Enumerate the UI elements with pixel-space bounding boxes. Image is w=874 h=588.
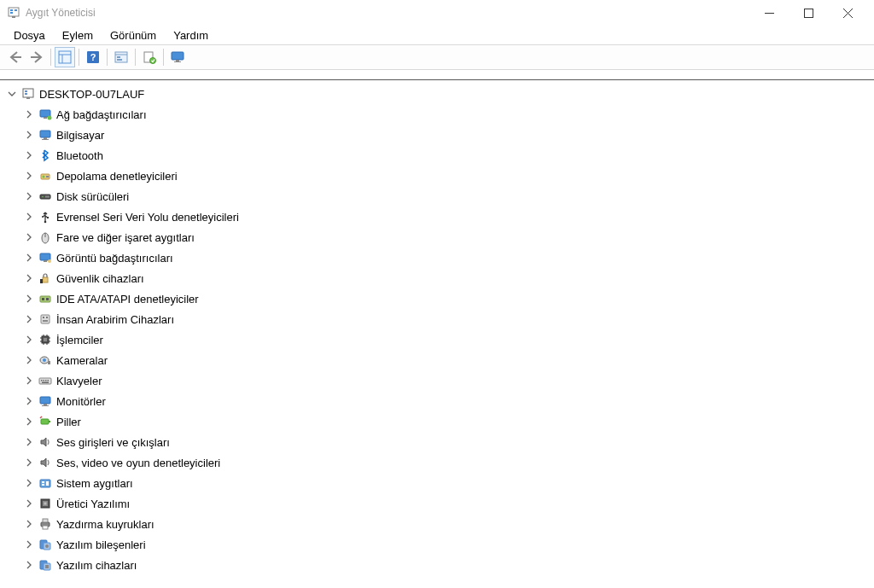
svg-rect-47 <box>43 277 48 282</box>
svg-rect-3 <box>15 9 17 11</box>
svg-rect-2 <box>10 12 13 14</box>
toolbar-properties-button[interactable] <box>111 47 131 67</box>
chevron-right-icon[interactable] <box>22 394 36 408</box>
tree-category[interactable]: Evrensel Seri Veri Yolu denetleyicileri <box>3 207 874 227</box>
tree-category-label: Güvenlik cihazları <box>56 272 144 285</box>
tree-category[interactable]: İşlemciler <box>3 329 874 350</box>
chevron-right-icon[interactable] <box>22 435 36 449</box>
svg-rect-45 <box>44 260 47 262</box>
svg-rect-20 <box>172 52 184 60</box>
tree-category-label: İnsan Arabirim Cihazları <box>56 313 174 326</box>
chevron-right-icon[interactable] <box>22 189 36 203</box>
svg-text:?: ? <box>90 52 96 62</box>
tree-category[interactable]: Üretici Yazılımı <box>3 493 874 514</box>
svg-rect-70 <box>41 380 43 381</box>
menu-file[interactable]: Dosya <box>5 27 54 44</box>
tree-category[interactable]: Ses girişleri ve çıkışları <box>3 432 874 452</box>
chevron-right-icon[interactable] <box>22 476 36 490</box>
tree-category[interactable]: Bilgisayar <box>3 125 874 145</box>
keyboard-icon <box>38 373 53 388</box>
chevron-right-icon[interactable] <box>22 415 36 428</box>
maximize-button[interactable] <box>789 0 828 26</box>
menu-bar: Dosya Eylem Görünüm Yardım <box>0 26 874 44</box>
svg-point-67 <box>43 358 46 362</box>
chevron-right-icon[interactable] <box>22 230 36 244</box>
tree-category[interactable]: İnsan Arabirim Cihazları <box>3 309 874 329</box>
tree-category[interactable]: Ses, video ve oyun denetleyicileri <box>3 452 874 473</box>
menu-action[interactable]: Eylem <box>54 27 102 44</box>
close-button[interactable] <box>828 0 867 26</box>
svg-point-34 <box>43 176 45 178</box>
tree-category-label: Bilgisayar <box>56 129 104 142</box>
tree-category[interactable]: Piller <box>3 411 874 432</box>
tree-category-label: Klavyeler <box>56 375 102 387</box>
tree-category[interactable]: Monitörler <box>3 391 874 411</box>
svg-rect-51 <box>46 298 49 300</box>
tree-category[interactable]: Yazılım cihazları <box>3 555 874 575</box>
toolbar-help-button[interactable]: ? <box>83 47 103 67</box>
chevron-down-icon[interactable] <box>5 87 19 101</box>
svg-rect-49 <box>40 296 50 302</box>
software-comp-icon <box>38 537 53 552</box>
chevron-right-icon[interactable] <box>22 353 36 367</box>
tree-category[interactable]: Disk sürücüleri <box>3 186 874 207</box>
chevron-right-icon[interactable] <box>22 271 36 285</box>
tree-category[interactable]: Depolama denetleyicileri <box>3 166 874 186</box>
chevron-right-icon[interactable] <box>22 538 36 551</box>
chevron-right-icon[interactable] <box>22 292 36 306</box>
tree-category[interactable]: Klavyeler <box>3 370 874 391</box>
toolbar-separator <box>79 49 79 66</box>
menu-view[interactable]: Görünüm <box>102 27 165 44</box>
chevron-right-icon[interactable] <box>22 333 36 346</box>
toolbar-back-button[interactable] <box>5 47 26 67</box>
svg-rect-41 <box>47 217 49 218</box>
tree-category[interactable]: Kameralar <box>3 350 874 370</box>
ide-icon <box>38 291 53 306</box>
chevron-right-icon[interactable] <box>22 517 36 531</box>
tree-root[interactable]: DESKTOP-0U7LAUF <box>3 84 874 104</box>
tree-category[interactable]: Güvenlik cihazları <box>3 268 874 288</box>
chevron-right-icon[interactable] <box>22 108 36 121</box>
tree-category[interactable]: Ağ bağdaştırıcıları <box>3 104 874 125</box>
chevron-right-icon[interactable] <box>22 148 36 162</box>
chevron-right-icon[interactable] <box>22 128 36 142</box>
tree-category-label: Görüntü bağdaştırıcıları <box>56 252 173 265</box>
menu-help[interactable]: Yardım <box>165 27 217 44</box>
toolbar-forward-button[interactable] <box>26 47 47 67</box>
toolbar-monitor-button[interactable] <box>167 47 188 67</box>
software-dev-icon <box>38 557 53 573</box>
audio-icon <box>38 455 53 470</box>
chevron-right-icon[interactable] <box>22 456 36 469</box>
tree-category[interactable]: Görüntü bağdaştırıcıları <box>3 247 874 268</box>
svg-point-46 <box>48 259 51 263</box>
svg-rect-77 <box>42 405 49 406</box>
minimize-button[interactable] <box>749 0 789 26</box>
tree-category[interactable]: Fare ve diğer işaret aygıtları <box>3 227 874 247</box>
firmware-icon <box>38 496 53 511</box>
toolbar-scan-button[interactable] <box>139 47 160 67</box>
tree-category[interactable]: Yazılım bileşenleri <box>3 534 874 555</box>
chevron-right-icon[interactable] <box>22 374 36 387</box>
chevron-right-icon[interactable] <box>22 497 36 510</box>
chevron-right-icon[interactable] <box>22 169 36 183</box>
toolbar-separator <box>163 49 164 66</box>
monitor-icon <box>38 393 53 409</box>
tree-category-label: Disk sürücüleri <box>56 190 129 203</box>
tree-category[interactable]: Yazdırma kuyrukları <box>3 514 874 534</box>
svg-point-54 <box>46 317 48 318</box>
chevron-right-icon[interactable] <box>22 558 36 572</box>
toolbar-show-hide-button[interactable] <box>55 47 75 67</box>
svg-rect-73 <box>48 380 50 381</box>
chevron-right-icon[interactable] <box>22 210 36 224</box>
chevron-right-icon[interactable] <box>22 251 36 265</box>
processor-icon <box>38 332 53 347</box>
tree-category[interactable]: IDE ATA/ATAPI denetleyiciler <box>3 288 874 309</box>
tree-category-label: Sistem aygıtları <box>56 477 133 490</box>
svg-rect-17 <box>117 59 122 61</box>
svg-rect-89 <box>43 526 48 529</box>
print-icon <box>38 516 53 532</box>
svg-rect-74 <box>42 382 49 384</box>
tree-category[interactable]: Sistem aygıtları <box>3 473 874 493</box>
tree-category[interactable]: Bluetooth <box>3 145 874 166</box>
chevron-right-icon[interactable] <box>22 312 36 326</box>
